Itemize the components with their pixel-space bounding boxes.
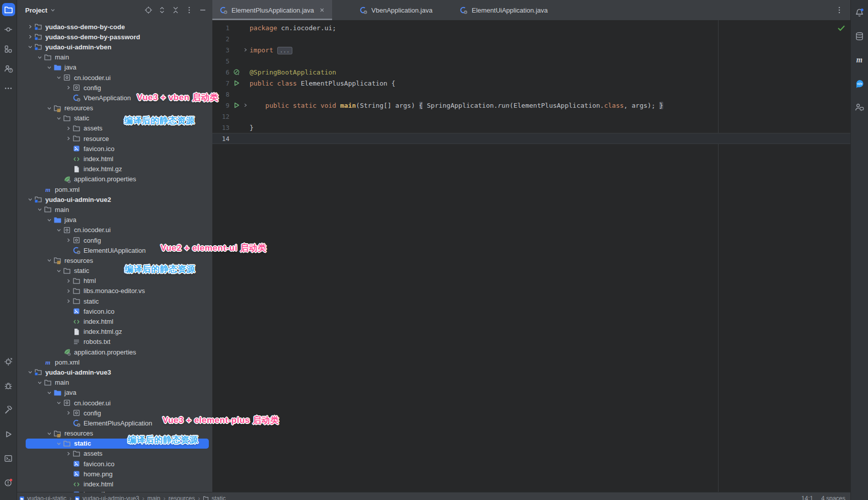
tree-row[interactable]: config bbox=[17, 408, 212, 418]
tree-row[interactable]: static bbox=[17, 266, 212, 276]
tree-row[interactable]: static bbox=[17, 296, 212, 306]
tool-window-button-commit[interactable] bbox=[2, 23, 15, 36]
tool-window-button-run[interactable] bbox=[2, 427, 15, 441]
tree-row[interactable]: favicon.ico bbox=[17, 306, 212, 316]
tree-row[interactable]: ElementPlusApplication bbox=[17, 418, 212, 428]
inspections-ok-icon[interactable] bbox=[837, 24, 845, 32]
tool-window-button-notifications[interactable] bbox=[853, 6, 866, 19]
code-line[interactable]: 14 bbox=[212, 133, 850, 144]
tool-window-button-debug[interactable] bbox=[2, 379, 15, 392]
tree-chevron-expanded[interactable] bbox=[26, 43, 34, 51]
tree-row[interactable]: java bbox=[17, 62, 212, 73]
tree-row[interactable]: VbenApplication bbox=[17, 93, 212, 103]
tree-chevron-collapsed[interactable] bbox=[64, 277, 72, 285]
tree-row[interactable]: html bbox=[17, 276, 212, 286]
breadcrumb-item[interactable]: resources bbox=[169, 495, 195, 500]
breadcrumb-item[interactable]: static bbox=[203, 495, 225, 500]
tree-chevron-collapsed[interactable] bbox=[64, 124, 72, 132]
tree-row[interactable]: main bbox=[17, 52, 212, 62]
tree-row[interactable]: static bbox=[17, 113, 212, 123]
tree-chevron-collapsed[interactable] bbox=[26, 33, 34, 41]
tree-chevron-expanded[interactable] bbox=[54, 440, 63, 448]
tree-row[interactable]: home.png bbox=[17, 469, 212, 479]
tree-row[interactable]: favicon.ico bbox=[17, 144, 212, 154]
tree-chevron-collapsed[interactable] bbox=[64, 450, 72, 458]
editor-tab[interactable]: VbenApplication.java bbox=[352, 0, 439, 20]
tree-chevron-expanded[interactable] bbox=[54, 74, 63, 82]
tree-row[interactable]: yudao-ui-admin-vue3 bbox=[17, 367, 212, 377]
tree-row[interactable]: config bbox=[17, 235, 212, 245]
status-widget[interactable]: 14:1 bbox=[802, 495, 813, 500]
tree-row[interactable]: cn.iocoder.ui bbox=[17, 398, 212, 408]
code-line[interactable]: 6@SpringBootApplication bbox=[212, 66, 850, 78]
fold-chevron-icon[interactable] bbox=[242, 47, 250, 52]
tree-row[interactable]: favicon.ico bbox=[17, 459, 212, 469]
code-editor[interactable]: 1package cn.iocoder.ui;23import ...56@Sp… bbox=[212, 20, 850, 492]
tree-row[interactable]: index.html bbox=[17, 316, 212, 326]
tree-row[interactable]: libs.monaco-editor.vs bbox=[17, 286, 212, 296]
breadcrumb-item[interactable]: yudao-ui-admin-vue3 bbox=[74, 495, 139, 500]
fold-chevron-icon[interactable] bbox=[242, 103, 250, 108]
status-widget[interactable]: 4 spaces bbox=[821, 495, 845, 500]
tree-chevron-expanded[interactable] bbox=[54, 226, 63, 234]
nav-updown-button[interactable] bbox=[157, 6, 167, 15]
tool-window-button-services[interactable] bbox=[2, 355, 15, 368]
tree-chevron-expanded[interactable] bbox=[26, 195, 34, 203]
tool-window-button-build[interactable] bbox=[2, 403, 15, 416]
tree-chevron-expanded[interactable] bbox=[54, 114, 63, 122]
tool-window-button-project[interactable] bbox=[2, 3, 15, 16]
tree-chevron-expanded[interactable] bbox=[45, 216, 53, 224]
code-line[interactable]: 12 bbox=[212, 111, 850, 122]
tree-row[interactable]: config bbox=[17, 83, 212, 93]
locate-button[interactable] bbox=[144, 6, 153, 15]
tool-window-button-more-tools[interactable] bbox=[2, 82, 15, 95]
tree-row[interactable]: robots.txt bbox=[17, 337, 212, 347]
tree-chevron-collapsed[interactable] bbox=[64, 84, 72, 92]
tree-row[interactable]: yudao-ui-admin-vue2 bbox=[17, 194, 212, 204]
tree-chevron-expanded[interactable] bbox=[45, 104, 53, 112]
code-line[interactable]: 9 public static void main(String[] args)… bbox=[212, 100, 850, 111]
tool-window-button-ai-assistant[interactable]: </> bbox=[853, 77, 866, 90]
code-line[interactable]: 5 bbox=[212, 55, 850, 66]
tool-window-button-code-with-me[interactable] bbox=[853, 101, 866, 114]
tree-row[interactable]: resources bbox=[17, 255, 212, 265]
tree-chevron-expanded[interactable] bbox=[45, 256, 53, 264]
tree-row[interactable]: application.properties bbox=[17, 347, 212, 357]
tool-window-button-database[interactable] bbox=[853, 30, 866, 43]
code-line[interactable]: 1package cn.iocoder.ui; bbox=[212, 22, 850, 33]
breadcrumb-item[interactable]: main bbox=[147, 495, 161, 500]
tree-chevron-expanded[interactable] bbox=[45, 430, 53, 438]
tree-row[interactable]: index.html.gz bbox=[17, 327, 212, 337]
tool-window-button-terminal[interactable] bbox=[2, 452, 15, 465]
tree-row[interactable]: mpom.xml bbox=[17, 184, 212, 194]
tree-row[interactable]: index.html bbox=[17, 154, 212, 164]
tree-row[interactable]: yudao-sso-demo-by-code bbox=[17, 22, 212, 32]
tree-chevron-expanded[interactable] bbox=[45, 389, 53, 397]
code-line[interactable]: 13} bbox=[212, 122, 850, 133]
tree-chevron-expanded[interactable] bbox=[45, 63, 53, 72]
tree-chevron-collapsed[interactable] bbox=[26, 23, 34, 31]
tree-row[interactable]: cn.iocoder.ui bbox=[17, 225, 212, 235]
tree-chevron-expanded[interactable] bbox=[35, 53, 44, 61]
tree-row[interactable]: assets bbox=[17, 123, 212, 133]
tree-chevron-expanded[interactable] bbox=[35, 379, 44, 387]
more-v-button[interactable] bbox=[185, 6, 194, 15]
tree-row[interactable]: resources bbox=[17, 428, 212, 439]
tree-chevron-expanded[interactable] bbox=[26, 368, 34, 376]
tree-row[interactable]: main bbox=[17, 378, 212, 388]
tree-row[interactable]: index.html.gz bbox=[17, 164, 212, 174]
tool-window-button-maven[interactable]: m bbox=[853, 53, 866, 66]
breadcrumb-item[interactable]: yudao-ui-static bbox=[19, 495, 66, 500]
code-line[interactable]: 3import ... bbox=[212, 44, 850, 55]
spring-bean-gutter-icon[interactable] bbox=[231, 68, 242, 76]
tree-chevron-collapsed[interactable] bbox=[64, 297, 72, 305]
tab-close-icon[interactable] bbox=[319, 7, 325, 13]
tree-chevron-collapsed[interactable] bbox=[64, 287, 72, 295]
hide-button[interactable] bbox=[198, 6, 207, 15]
code-line[interactable]: 7public class ElementPlusApplication { bbox=[212, 78, 850, 89]
tree-row[interactable]: resources bbox=[17, 103, 212, 113]
run-gutter-icon[interactable] bbox=[231, 102, 242, 109]
tree-chevron-expanded[interactable] bbox=[54, 267, 63, 275]
tree-row[interactable]: index.html bbox=[17, 479, 212, 489]
run-gutter-icon[interactable] bbox=[231, 80, 242, 87]
